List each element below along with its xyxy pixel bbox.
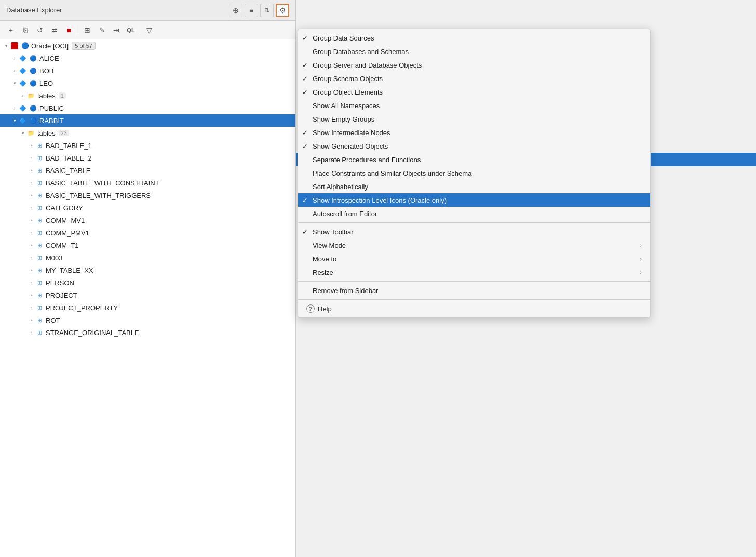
tree-item-tables-leo[interactable]: › 📁 tables 1 [0,89,295,102]
menu-label-group-schema-objects: Group Schema Objects [313,75,383,83]
tree-item-category[interactable]: › ⊞ CATEGORY [0,202,295,214]
tree-item-bad-table-1[interactable]: › ⊞ BAD_TABLE_1 [0,139,295,152]
introspect-button[interactable]: ⇄ [48,23,61,37]
menu-item-show-all-namespaces[interactable]: Show All Namespaces [298,99,650,112]
tree-item-public[interactable]: › 🔷 🔵 PUBLIC [0,102,295,114]
add-global-button[interactable]: ⊕ [229,4,242,17]
tree-item-rot[interactable]: › ⊞ ROT [0,314,295,326]
list-button[interactable]: ≡ [245,4,258,17]
edit-button[interactable]: ✎ [95,23,109,37]
basic-table-triggers-label: BASIC_TABLE_WITH_TRIGGERS [46,192,151,200]
tree-item-alice[interactable]: › 🔷 🔵 ALICE [0,52,295,64]
filter-button[interactable]: ▽ [142,23,156,37]
table-icon-my-table-xx: ⊞ [35,266,44,274]
menu-item-view-mode[interactable]: View Mode › [298,238,650,252]
bad-table-2-label: BAD_TABLE_2 [46,154,92,162]
copy-datasource-button[interactable]: ⎘ [19,23,32,37]
rot-label: ROT [46,316,60,324]
arrow-view-mode: › [640,242,642,248]
rabbit-label: RABBIT [39,117,64,125]
chevron-bob: › [10,67,19,75]
tree-item-person[interactable]: › ⊞ PERSON [0,276,295,289]
menu-label-autoscroll: Autoscroll from Editor [313,210,377,218]
tree-item-tables-rabbit[interactable]: ▾ 📁 tables 23 [0,127,295,139]
menu-item-group-server-objects[interactable]: ✓ Group Server and Database Objects [298,58,650,72]
menu-label-move-to: Move to [313,255,336,263]
table-icon-bad-table-1: ⊞ [35,141,44,150]
chevron-strange-original-table: › [27,328,35,337]
open-table-button[interactable]: ⊞ [80,23,94,37]
toolbar-separator-1 [78,25,78,35]
jump-button[interactable]: ⇥ [110,23,123,37]
menu-label-sort-alphabetically: Sort Alphabetically [313,183,368,191]
tables-rabbit-badge: 23 [59,130,69,136]
tree-item-my-table-xx[interactable]: › ⊞ MY_TABLE_XX [0,264,295,276]
menu-label-separate-procedures: Separate Procedures and Functions [313,156,421,164]
table-icon-comm-mv1: ⊞ [35,216,44,224]
sql-button[interactable]: QL [124,23,138,37]
tree-item-basic-table[interactable]: › ⊞ BASIC_TABLE [0,164,295,177]
menu-item-help[interactable]: ? Help [298,302,650,315]
menu-item-autoscroll[interactable]: Autoscroll from Editor [298,207,650,220]
menu-label-view-mode: View Mode [313,242,346,249]
tree-item-bad-table-2[interactable]: › ⊞ BAD_TABLE_2 [0,152,295,164]
menu-item-group-schema-objects[interactable]: ✓ Group Schema Objects [298,72,650,85]
tree-item-leo[interactable]: ▾ 🔷 🔵 LEO [0,77,295,89]
arrow-move-to: › [640,256,642,262]
tree-item-basic-table-triggers[interactable]: › ⊞ BASIC_TABLE_WITH_TRIGGERS [0,189,295,202]
menu-item-remove-sidebar[interactable]: Remove from Sidebar [298,284,650,297]
menu-item-show-introspection[interactable]: ✓ Show Introspection Level Icons (Oracle… [298,193,650,207]
menu-item-group-data-sources[interactable]: ✓ Group Data Sources [298,31,650,45]
category-label: CATEGORY [46,204,83,212]
chevron-my-table-xx: › [27,266,35,274]
settings-button[interactable]: ⚙ [276,4,289,17]
basic-table-label: BASIC_TABLE [46,167,90,175]
context-menu[interactable]: ✓ Group Data Sources Group Databases and… [298,29,651,318]
menu-item-move-to[interactable]: Move to › [298,252,650,266]
chevron-comm-mv1: › [27,216,35,224]
stop-button[interactable]: ■ [62,23,76,37]
menu-item-show-intermediate-nodes[interactable]: ✓ Show Intermediate Nodes [298,126,650,139]
refresh-button[interactable]: ↺ [33,23,47,37]
tree-item-m003[interactable]: › ⊞ M003 [0,251,295,264]
tree-item-rabbit[interactable]: ▾ 🔷 🔵 RABBIT [0,114,295,127]
menu-item-resize[interactable]: Resize › [298,266,650,279]
chevron-basic-table: › [27,166,35,175]
chevron-bad-table-2: › [27,154,35,162]
tree-item-basic-table-constraint[interactable]: › ⊞ BASIC_TABLE_WITH_CONSTRAINT [0,177,295,189]
menu-label-group-databases-schemas: Group Databases and Schemas [313,48,409,56]
menu-item-separate-procedures[interactable]: Separate Procedures and Functions [298,153,650,166]
database-tree[interactable]: ▾ 🔵 Oracle [OCI] 5 of 57 › 🔷 🔵 ALICE › 🔷… [0,39,295,557]
comm-t1-label: COMM_T1 [46,242,79,249]
add-datasource-button[interactable]: + [4,23,18,37]
person-label: PERSON [46,279,74,287]
menu-label-show-toolbar: Show Toolbar [313,228,354,236]
table-icon-person: ⊞ [35,278,44,287]
tree-item-project[interactable]: › ⊞ PROJECT [0,289,295,301]
menu-item-sort-alphabetically[interactable]: Sort Alphabetically [298,180,650,193]
table-icon-basic-table: ⊞ [35,166,44,175]
oracle-root-label: Oracle [OCI] [31,42,69,50]
tree-item-comm-pmv1[interactable]: › ⊞ COMM_PMV1 [0,227,295,239]
filter-list-button[interactable]: ⇅ [260,4,274,17]
tree-item-strange-original-table[interactable]: › ⊞ STRANGE_ORIGINAL_TABLE [0,326,295,339]
menu-item-show-toolbar[interactable]: ✓ Show Toolbar [298,225,650,238]
menu-item-show-generated-objects[interactable]: ✓ Show Generated Objects [298,139,650,153]
menu-item-place-constraints[interactable]: Place Constraints and Similar Objects un… [298,166,650,180]
menu-item-group-object-elements[interactable]: ✓ Group Object Elements [298,85,650,99]
chevron-basic-table-triggers: › [27,191,35,200]
help-icon: ? [306,304,315,313]
tree-item-project-property[interactable]: › ⊞ PROJECT_PROPERTY [0,301,295,314]
toolbar-separator-2 [140,25,140,35]
tree-item-comm-t1[interactable]: › ⊞ COMM_T1 [0,239,295,251]
tree-item-comm-mv1[interactable]: › ⊞ COMM_MV1 [0,214,295,227]
tree-item-oracle-root[interactable]: ▾ 🔵 Oracle [OCI] 5 of 57 [0,39,295,52]
menu-label-show-intermediate-nodes: Show Intermediate Nodes [313,129,390,137]
menu-item-show-empty-groups[interactable]: Show Empty Groups [298,112,650,126]
tree-item-bob[interactable]: › 🔷 🔵 BOB [0,64,295,77]
menu-item-group-databases-schemas[interactable]: Group Databases and Schemas [298,45,650,58]
title-bar: Database Explorer ⊕ ≡ ⇅ ⚙ [0,0,295,21]
leo-label: LEO [39,79,53,87]
menu-separator-3 [298,299,650,300]
chevron-tables-rabbit: ▾ [19,129,27,137]
